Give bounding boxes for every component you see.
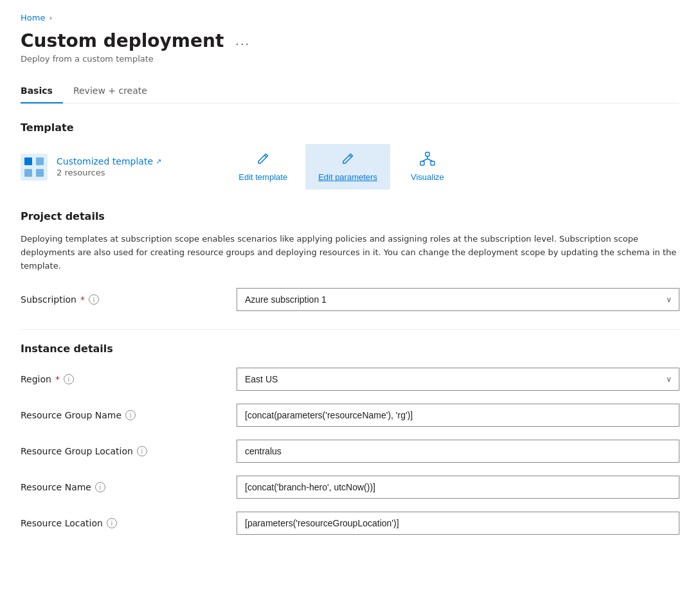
visualize-button[interactable]: Visualize [395, 144, 460, 190]
svg-rect-5 [426, 152, 429, 156]
svg-rect-1 [24, 157, 32, 165]
region-row: Region * i East US East US 2 West US Wes… [21, 368, 679, 391]
rg-name-label: Resource Group Name i [21, 410, 226, 420]
rg-location-label: Resource Group Location i [21, 446, 226, 456]
template-meta: Customized template ↗ 2 resources [57, 156, 161, 177]
visualize-icon [420, 152, 435, 168]
svg-line-10 [427, 159, 433, 161]
resource-location-info-icon[interactable]: i [107, 518, 117, 528]
region-select-wrapper: East US East US 2 West US West US 2 Cent… [237, 368, 679, 391]
edit-parameters-button[interactable]: Edit parameters [305, 144, 390, 190]
svg-rect-4 [36, 169, 44, 177]
rg-location-info-icon[interactable]: i [137, 446, 147, 456]
region-required: * [55, 374, 60, 384]
more-options-button[interactable]: ... [231, 32, 254, 49]
rg-location-input[interactable] [237, 440, 679, 463]
edit-template-icon [256, 152, 270, 168]
svg-rect-6 [420, 161, 424, 165]
subscription-select[interactable]: Azure subscription 1 Azure subscription … [237, 288, 679, 311]
visualize-label: Visualize [411, 172, 444, 182]
project-details-title: Project details [21, 210, 679, 222]
tab-basics[interactable]: Basics [21, 79, 63, 103]
rg-name-input[interactable] [237, 404, 679, 427]
rg-location-row: Resource Group Location i [21, 440, 679, 463]
template-name-link[interactable]: Customized template ↗ [57, 156, 161, 166]
subscription-info-icon[interactable]: i [89, 294, 99, 305]
resource-location-input[interactable] [237, 512, 679, 535]
breadcrumb-home[interactable]: Home [21, 13, 45, 22]
breadcrumb: Home › [21, 13, 679, 22]
resource-location-row: Resource Location i [21, 512, 679, 535]
svg-rect-2 [36, 157, 44, 165]
region-label: Region * i [21, 374, 226, 384]
resource-name-input[interactable] [237, 476, 679, 499]
page-title: Custom deployment [21, 30, 224, 51]
instance-details-section: Instance details Region * i East US East… [21, 343, 679, 535]
subscription-row: Subscription * i Azure subscription 1 Az… [21, 288, 679, 311]
svg-line-9 [422, 159, 427, 161]
project-description: Deploying templates at subscription scop… [21, 233, 679, 273]
breadcrumb-separator: › [49, 13, 52, 22]
edit-parameters-label: Edit parameters [318, 172, 377, 182]
project-details-section: Project details Deploying templates at s… [21, 210, 679, 311]
region-select[interactable]: East US East US 2 West US West US 2 Cent… [237, 368, 679, 391]
template-row: Customized template ↗ 2 resources Edit t… [21, 144, 679, 190]
section-divider [21, 329, 679, 330]
template-actions: Edit template Edit parameters [226, 144, 460, 190]
instance-details-title: Instance details [21, 343, 679, 355]
page-subtitle: Deploy from a custom template [21, 54, 679, 64]
resource-name-label: Resource Name i [21, 482, 226, 492]
subscription-select-wrapper: Azure subscription 1 Azure subscription … [237, 288, 679, 311]
rg-name-row: Resource Group Name i [21, 404, 679, 427]
subscription-label: Subscription * i [21, 294, 226, 305]
template-resources: 2 resources [57, 168, 161, 177]
edit-parameters-icon [341, 152, 355, 168]
svg-rect-7 [431, 161, 435, 165]
subscription-required: * [80, 294, 85, 305]
svg-rect-3 [24, 169, 32, 177]
template-section-title: Template [21, 121, 679, 134]
template-info: Customized template ↗ 2 resources [21, 154, 161, 181]
region-info-icon[interactable]: i [64, 374, 74, 384]
template-grid-icon [21, 154, 48, 181]
rg-name-info-icon[interactable]: i [125, 410, 136, 420]
template-name-text: Customized template [57, 156, 153, 166]
edit-template-button[interactable]: Edit template [226, 144, 300, 190]
resource-location-label: Resource Location i [21, 518, 226, 528]
resource-name-info-icon[interactable]: i [95, 482, 105, 492]
resource-name-row: Resource Name i [21, 476, 679, 499]
edit-template-label: Edit template [238, 172, 287, 182]
tab-review-create[interactable]: Review + create [63, 79, 157, 103]
external-link-icon: ↗ [156, 157, 161, 166]
tabs-nav: Basics Review + create [21, 79, 679, 103]
